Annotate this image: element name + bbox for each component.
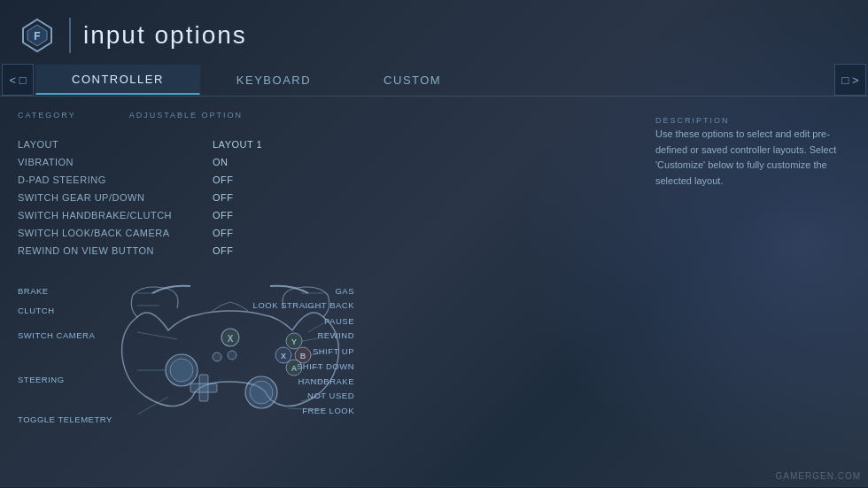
tab-custom[interactable]: CUSTOM xyxy=(347,66,477,95)
label-free-look: FREE LOOK xyxy=(302,406,354,415)
svg-point-9 xyxy=(213,352,221,361)
svg-rect-8 xyxy=(190,383,217,392)
svg-text:B: B xyxy=(300,352,306,360)
option-name-vibration: VIBRATION xyxy=(18,157,213,167)
tab-bar: < □ CONTROLLER KEYBOARD CUSTOM □ > xyxy=(0,64,868,97)
label-pause: PAUSE xyxy=(324,316,354,326)
option-value-gear: OFF xyxy=(213,192,234,203)
option-row-handbrake[interactable]: SWITCH HANDBRAKE/CLUTCH OFF xyxy=(18,206,354,224)
option-name-handbrake: SWITCH HANDBRAKE/CLUTCH xyxy=(18,210,213,221)
category-label: CATEGORY xyxy=(18,111,76,120)
option-name-camera: SWITCH LOOK/BACK CAMERA xyxy=(18,228,213,238)
svg-point-6 xyxy=(250,381,273,404)
label-not-used: NOT USED xyxy=(307,391,354,400)
controller-diagram-area: BRAKE CLUTCH SWITCH CAMERA STEERING TOGG… xyxy=(18,277,354,472)
description-text: Use these options to select and edit pre… xyxy=(655,127,850,189)
svg-text:Y: Y xyxy=(291,337,297,346)
tab-keyboard[interactable]: KEYBOARD xyxy=(200,66,347,95)
option-value-vibration: ON xyxy=(213,157,229,167)
svg-text:F: F xyxy=(34,30,40,43)
label-brake: BRAKE xyxy=(18,286,49,296)
svg-point-4 xyxy=(170,359,193,382)
option-row-rewind[interactable]: REWIND ON VIEW BUTTON OFF xyxy=(18,242,354,259)
tab-next-button[interactable]: □ > xyxy=(834,64,866,96)
header: F input options xyxy=(0,0,868,64)
page-title: input options xyxy=(83,21,247,50)
svg-line-23 xyxy=(137,332,177,339)
option-row-vibration[interactable]: VIBRATION ON xyxy=(18,153,354,171)
option-value-layout: LAYOUT 1 xyxy=(213,139,262,150)
right-panel: DESCRIPTION Use these options to select … xyxy=(638,97,868,486)
label-shift-up: SHIFT UP xyxy=(313,346,354,356)
label-steering: STEERING xyxy=(18,375,65,384)
main-content: CATEGORY ADJUSTABLE OPTION LAYOUT LAYOUT… xyxy=(0,97,868,486)
label-clutch: CLUTCH xyxy=(18,306,55,315)
option-name-layout: LAYOUT xyxy=(18,139,213,150)
option-row-dpad[interactable]: D-PAD STEERING OFF xyxy=(18,171,354,189)
label-rewind: REWIND xyxy=(317,330,354,340)
tab-controller[interactable]: CONTROLLER xyxy=(35,65,200,95)
chevron-left-icon: < □ xyxy=(9,74,26,87)
svg-point-10 xyxy=(228,351,236,360)
header-divider xyxy=(69,18,71,53)
label-gas: GAS xyxy=(335,286,354,296)
option-name-gear: SWITCH GEAR UP/DOWN xyxy=(18,192,213,203)
label-shift-down: SHIFT DOWN xyxy=(297,361,354,371)
adjustable-label: ADJUSTABLE OPTION xyxy=(129,111,243,120)
label-look-straight: LOOK STRAIGHT BACK xyxy=(253,300,354,310)
option-value-dpad: OFF xyxy=(213,174,234,185)
option-row-gear[interactable]: SWITCH GEAR UP/DOWN OFF xyxy=(18,189,354,206)
svg-text:X: X xyxy=(281,352,286,360)
option-row-layout[interactable]: LAYOUT LAYOUT 1 xyxy=(18,136,354,153)
left-panel: CATEGORY ADJUSTABLE OPTION LAYOUT LAYOUT… xyxy=(0,97,372,486)
option-value-rewind: OFF xyxy=(213,245,234,256)
label-switch-camera: SWITCH CAMERA xyxy=(18,330,95,340)
forza-logo: F xyxy=(18,16,57,55)
option-name-dpad: D-PAD STEERING xyxy=(18,174,213,185)
logo-area: F input options xyxy=(18,16,247,55)
options-list: LAYOUT LAYOUT 1 VIBRATION ON D-PAD STEER… xyxy=(18,136,354,259)
watermark: GAMERGEN.COM xyxy=(776,471,861,481)
option-value-camera: OFF xyxy=(213,228,234,238)
label-toggle-telemetry: TOGGLE TELEMETRY xyxy=(18,414,112,424)
svg-text:X: X xyxy=(228,334,234,344)
option-name-rewind: REWIND ON VIEW BUTTON xyxy=(18,245,213,256)
option-row-camera[interactable]: SWITCH LOOK/BACK CAMERA OFF xyxy=(18,224,354,242)
chevron-right-icon: □ > xyxy=(841,74,858,87)
description-section-label: DESCRIPTION xyxy=(655,116,730,125)
label-handbrake: HANDBRAKE xyxy=(298,376,354,386)
option-value-handbrake: OFF xyxy=(213,210,234,221)
tab-prev-button[interactable]: < □ xyxy=(2,64,34,96)
